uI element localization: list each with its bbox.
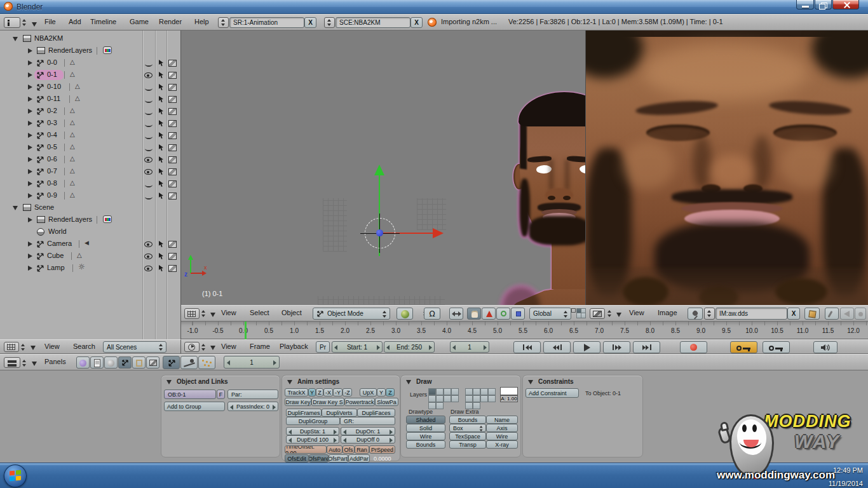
name-button[interactable]: Name [486, 416, 518, 424]
render-toggle-icon[interactable] [168, 96, 177, 103]
scene-close-button[interactable]: X [410, 17, 423, 28]
outliner-row[interactable]: NBA2KM [0, 33, 181, 45]
prspeed-button[interactable]: PrSpeed [369, 445, 395, 454]
fake-user-button[interactable]: F [217, 390, 225, 399]
timeoffset-field[interactable]: TimeOffset: 0.00 [285, 445, 327, 454]
menu-help[interactable]: Help [194, 18, 209, 25]
color-swatch[interactable] [500, 387, 518, 395]
dupend-field[interactable]: DupEnd 100 [286, 435, 339, 444]
track-negy-button[interactable]: -Y [333, 388, 342, 396]
outliner-row[interactable]: 0-8 △ [0, 178, 181, 190]
uv-select-button[interactable] [840, 308, 854, 320]
outliner-row[interactable]: Scene [0, 202, 181, 214]
manipulator-toggle[interactable] [449, 308, 463, 320]
editor-type-info-icon[interactable] [4, 17, 20, 28]
eye-closed-icon[interactable] [145, 110, 153, 115]
axis-y-arrow[interactable] [374, 165, 384, 175]
renderlayer-toggle-icon[interactable] [103, 215, 112, 223]
eye-closed-icon[interactable] [145, 146, 153, 151]
eye-closed-icon[interactable] [145, 182, 153, 187]
layers-grid-2[interactable] [465, 388, 498, 401]
scale-manipulator-button[interactable] [511, 308, 525, 320]
add-to-group-button[interactable]: Add to Group [164, 402, 225, 411]
outliner-item[interactable]: Cube [47, 252, 64, 259]
cursor-icon[interactable] [158, 156, 164, 163]
object-subcontext-icon[interactable] [163, 356, 180, 369]
powertrack-button[interactable]: Powertrack [344, 398, 375, 406]
extra-wire-button[interactable]: Wire [486, 432, 518, 440]
duplifaces-button[interactable]: DupliFaces [357, 409, 395, 417]
expand-icon[interactable] [28, 181, 32, 186]
outliner-item[interactable]: Camera [47, 240, 72, 247]
trackz-button[interactable]: Z [316, 388, 323, 396]
menu-view[interactable]: View [221, 309, 236, 316]
axis-button[interactable]: Axis [486, 424, 518, 432]
outliner-item[interactable]: 0-4 [47, 131, 57, 139]
cursor-icon[interactable] [158, 168, 164, 175]
menu-panels[interactable]: Panels [44, 358, 66, 365]
outliner-item[interactable]: 0-5 [47, 143, 57, 151]
header-stepper-icon[interactable] [201, 343, 207, 351]
upx-button[interactable]: UpX [360, 388, 377, 396]
ofs-button[interactable]: Ofs [342, 445, 355, 454]
object-name-field[interactable]: OB:0-1 [164, 390, 216, 399]
menu-playback[interactable]: Playback [280, 342, 308, 350]
viewport-3d[interactable]: z x (1) 0-1 [181, 30, 586, 305]
outliner-row[interactable]: Cube △ [0, 250, 181, 262]
menu-frame[interactable]: Frame [250, 342, 270, 350]
menu-timeline[interactable]: Timeline [90, 18, 116, 25]
scene-context-icon[interactable] [146, 356, 159, 369]
cursor-icon[interactable] [158, 132, 164, 139]
upz-button[interactable]: Z [386, 388, 395, 396]
uv-image-editor[interactable] [586, 30, 868, 305]
prev-key-button[interactable] [543, 341, 571, 353]
header-stepper-icon[interactable] [607, 309, 613, 318]
editor-type-timeline-icon[interactable] [184, 342, 200, 352]
outliner-item[interactable]: World [48, 227, 67, 235]
header-stepper-icon[interactable] [22, 18, 27, 27]
outliner-row[interactable]: 0-4 △ [0, 130, 181, 142]
header-stepper-icon[interactable] [22, 359, 27, 367]
ofsparti-button[interactable]: OfsParti [329, 454, 348, 463]
expand-icon[interactable] [28, 145, 32, 150]
outliner-item[interactable]: 0-6 [47, 155, 57, 163]
jump-start-button[interactable] [513, 341, 541, 353]
taskbar-clock-time[interactable]: 12:49 PM [802, 466, 863, 474]
menu-select[interactable]: Select [250, 309, 269, 316]
outliner-item[interactable]: RenderLayers [48, 215, 92, 223]
bounds-button[interactable]: Bounds [406, 440, 445, 449]
image-name-field[interactable]: IM:aw.dds [715, 308, 787, 320]
jump-end-button[interactable] [633, 341, 660, 353]
tray-expand-icon[interactable] [742, 473, 749, 478]
panel-title[interactable]: Draw [416, 378, 431, 385]
editor-type-outliner-icon[interactable] [4, 342, 19, 352]
cursor-icon[interactable] [158, 252, 164, 260]
minimize-button[interactable] [796, 0, 814, 10]
ofspare-button[interactable]: OfsPare [309, 454, 329, 463]
sticky-uv-button[interactable] [855, 308, 866, 320]
scene-stepper[interactable] [324, 17, 335, 28]
dupoff-field[interactable]: DupOff 0 [341, 435, 395, 444]
panel-collapse-icon[interactable] [166, 380, 172, 384]
render-toggle-icon[interactable] [168, 144, 177, 151]
outliner-item[interactable]: 0-7 [47, 167, 57, 175]
dupligroup-button[interactable]: DupliGroup [286, 417, 340, 425]
panel-title[interactable]: Anim settings [297, 378, 339, 385]
pivot-dropdown[interactable]: Ω [424, 308, 440, 320]
object-context-icon[interactable] [118, 356, 132, 369]
menu-image[interactable]: Image [658, 309, 677, 316]
wire-button[interactable]: Wire [406, 432, 445, 440]
collapse-icon[interactable] [13, 37, 18, 41]
eye-closed-icon[interactable] [145, 122, 153, 127]
cursor-icon[interactable] [158, 144, 164, 151]
outliner-item[interactable]: Lamp [47, 264, 65, 271]
xray-button[interactable]: X-ray [486, 440, 518, 449]
play-button[interactable] [573, 341, 600, 353]
texspace-button[interactable]: TexSpace [449, 432, 486, 440]
collapse-menu-icon[interactable] [32, 22, 37, 27]
passindex-field[interactable]: PassIndex: 0 [227, 402, 278, 411]
menu-view[interactable]: View [629, 309, 644, 316]
render-toggle-icon[interactable] [168, 168, 177, 175]
cursor-icon[interactable] [158, 264, 164, 272]
outliner-item[interactable]: 0-1 [47, 71, 57, 78]
